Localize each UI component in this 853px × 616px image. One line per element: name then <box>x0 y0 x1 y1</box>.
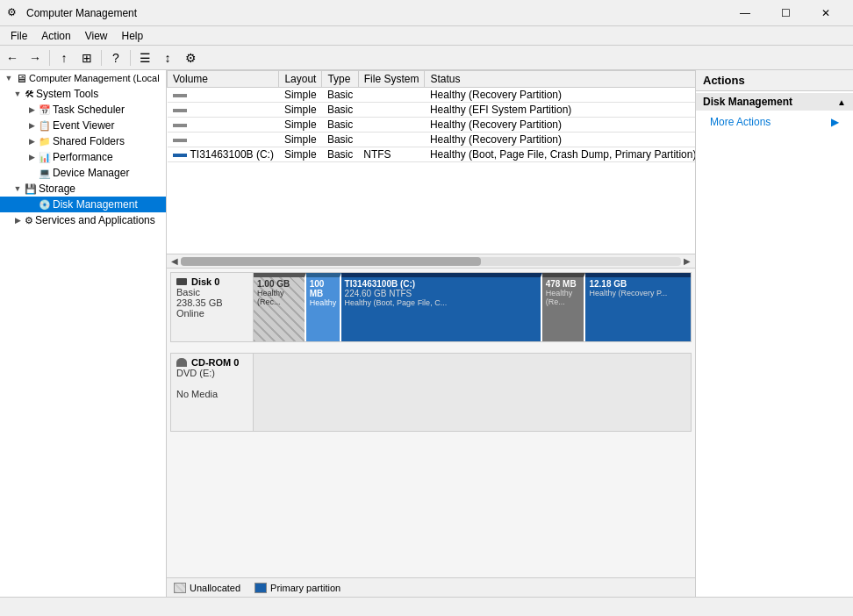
h-scroll-area[interactable]: ◀ ▶ <box>167 254 695 269</box>
cdrom-icon <box>176 358 187 367</box>
sidebar-item-services[interactable]: ▶ ⚙ Services and Applications <box>0 212 166 228</box>
legend-unallocated: Unallocated <box>174 583 240 593</box>
vol-layout: Simple <box>279 103 322 118</box>
window-controls: — ☐ ✕ <box>725 0 846 26</box>
event-viewer-expand: ▶ <box>25 118 39 133</box>
storage-icon: 💾 <box>25 183 37 195</box>
partition-4[interactable]: 478 MB Healthy (Re... <box>542 273 586 341</box>
toolbar-export[interactable]: ☰ <box>134 48 155 68</box>
vol-name <box>168 88 279 103</box>
table-row[interactable]: Simple Basic Healthy (Recovery Partition… <box>168 118 696 133</box>
actions-disk-mgmt-collapse: ▲ <box>837 97 846 107</box>
legend-unalloc-label: Unallocated <box>190 583 240 593</box>
menu-view[interactable]: View <box>78 26 115 45</box>
title-bar: ⚙ Computer Management — ☐ ✕ <box>0 0 853 26</box>
menu-help[interactable]: Help <box>115 26 151 45</box>
sidebar-item-shared-folders[interactable]: ▶ 📁 Shared Folders <box>0 133 166 149</box>
vol-name <box>168 103 279 118</box>
vol-fs: NTFS <box>358 147 425 162</box>
disk-0-row: Disk 0 Basic 238.35 GB Online 1.00 GB He… <box>170 272 692 342</box>
disk-spacer <box>170 346 692 353</box>
toolbar-back[interactable]: ← <box>2 48 23 68</box>
toolbar-up[interactable]: ↑ <box>54 48 75 68</box>
sidebar-root[interactable]: ▼ 🖥 Computer Management (Local <box>0 70 166 86</box>
col-layout[interactable]: Layout <box>279 71 322 88</box>
disk-view: Disk 0 Basic 238.35 GB Online 1.00 GB He… <box>167 269 695 577</box>
performance-label: Performance <box>53 151 113 163</box>
actions-more-item[interactable]: More Actions ▶ <box>696 114 853 130</box>
sidebar-item-event-viewer[interactable]: ▶ 📋 Event Viewer <box>0 118 166 133</box>
device-manager-icon: 💻 <box>39 168 51 179</box>
minimize-button[interactable]: — <box>725 0 765 26</box>
table-row[interactable]: Simple Basic Healthy (Recovery Partition… <box>168 88 696 103</box>
cdrom-0-name: CD-ROM 0 <box>176 357 247 368</box>
disk-0-type: Basic <box>176 287 247 297</box>
sidebar-item-performance[interactable]: ▶ 📊 Performance <box>0 149 166 165</box>
part-2-status: Healthy <box>310 298 336 307</box>
part-3-status: Healthy (Boot, Page File, C... <box>345 298 537 307</box>
sidebar-item-device-manager[interactable]: 💻 Device Manager <box>0 165 166 181</box>
sidebar-item-system-tools[interactable]: ▼ 🛠 System Tools <box>0 86 166 102</box>
volume-table-area: Volume Layout Type File System Status C.… <box>167 70 695 254</box>
cdrom-0-drive: DVD (E:) <box>176 368 247 378</box>
shared-folders-label: Shared Folders <box>53 135 125 147</box>
cdrom-0-status: No Media <box>176 389 247 399</box>
disk-0-status: Online <box>176 308 247 319</box>
partition-3[interactable]: TI31463100B (C:) 224.60 GB NTFS Healthy … <box>341 273 542 341</box>
scroll-right-arrow[interactable]: ▶ <box>681 256 693 266</box>
h-scrollbar[interactable] <box>181 257 681 266</box>
actions-more-arrow: ▶ <box>831 116 839 128</box>
vol-type: Basic <box>322 147 358 162</box>
root-label: Computer Management (Local <box>29 73 160 83</box>
scroll-left-arrow[interactable]: ◀ <box>168 256 181 266</box>
toolbar-sep-1 <box>49 50 50 66</box>
performance-expand: ▶ <box>25 150 39 164</box>
disk-0-name-text: Disk 0 <box>191 276 219 287</box>
actions-disk-mgmt-title[interactable]: Disk Management ▲ <box>696 93 853 111</box>
partition-1[interactable]: 1.00 GB Healthy (Rec... <box>254 273 306 341</box>
toolbar-forward[interactable]: → <box>25 48 46 68</box>
system-tools-expand: ▼ <box>11 87 25 101</box>
table-row[interactable]: Simple Basic Healthy (Recovery Partition… <box>168 133 696 147</box>
menu-bar: File Action View Help <box>0 26 853 46</box>
sidebar: ▼ 🖥 Computer Management (Local ▼ 🛠 Syste… <box>0 70 167 597</box>
sidebar-item-storage[interactable]: ▼ 💾 Storage <box>0 181 166 197</box>
cdrom-0-name-text: CD-ROM 0 <box>191 357 239 368</box>
sidebar-item-disk-management[interactable]: 💿 Disk Management <box>0 197 166 212</box>
toolbar-help[interactable]: ? <box>105 48 126 68</box>
menu-action[interactable]: Action <box>34 26 77 45</box>
menu-file[interactable]: File <box>4 26 34 45</box>
window-title: Computer Management <box>26 7 725 19</box>
actions-panel: Actions Disk Management ▲ More Actions ▶ <box>695 70 853 597</box>
vol-type: Basic <box>322 103 358 118</box>
col-filesystem[interactable]: File System <box>358 71 425 88</box>
toolbar-show-hide[interactable]: ⊞ <box>76 48 97 68</box>
volume-table: Volume Layout Type File System Status C.… <box>167 70 695 162</box>
table-row[interactable]: Simple Basic Healthy (EFI System Partiti… <box>168 103 696 118</box>
storage-expand: ▼ <box>11 182 25 196</box>
part-5-status: Healthy (Recovery P... <box>589 289 687 297</box>
event-viewer-label: Event Viewer <box>53 119 114 132</box>
sidebar-item-task-scheduler[interactable]: ▶ 📅 Task Scheduler <box>0 102 166 118</box>
actions-section-disk-mgmt: Disk Management ▲ <box>696 91 853 112</box>
toolbar-settings[interactable]: ⚙ <box>180 48 201 68</box>
toolbar-snap[interactable]: ↕ <box>157 48 178 68</box>
col-type[interactable]: Type <box>322 71 358 88</box>
vol-type: Basic <box>322 88 358 103</box>
partition-2[interactable]: 100 MB Healthy <box>306 273 341 341</box>
legend-primary: Primary partition <box>254 583 340 593</box>
vol-fs <box>358 118 425 133</box>
disk-mgmt-label: Disk Management <box>53 198 138 211</box>
col-status[interactable]: Status <box>425 71 695 88</box>
vol-layout: Simple <box>279 133 322 147</box>
close-button[interactable]: ✕ <box>806 0 846 26</box>
h-scrollbar-thumb[interactable] <box>181 257 481 266</box>
vol-name: TI31463100B (C:) <box>168 147 279 162</box>
table-row[interactable]: TI31463100B (C:) Simple Basic NTFS Healt… <box>168 147 696 162</box>
device-manager-expand <box>25 166 39 180</box>
toolbar-sep-2 <box>101 50 102 66</box>
part-2-size: 100 MB <box>310 279 336 298</box>
partition-5[interactable]: 12.18 GB Healthy (Recovery P... <box>585 273 691 341</box>
col-volume[interactable]: Volume <box>168 71 279 88</box>
maximize-button[interactable]: ☐ <box>765 0 806 26</box>
